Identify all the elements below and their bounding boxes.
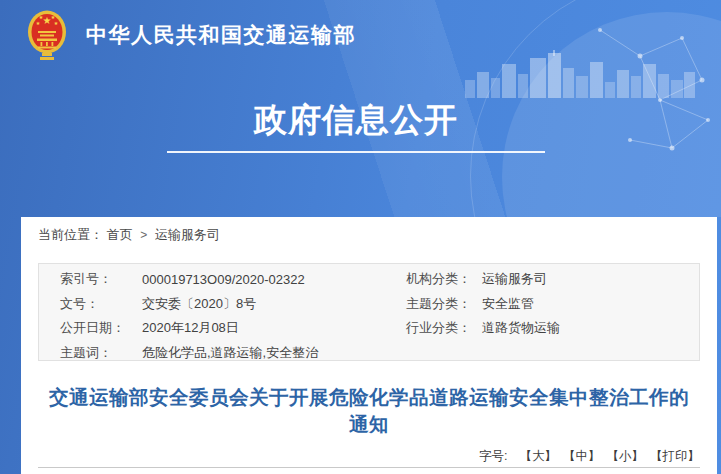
content-divider [38, 467, 700, 468]
font-size-small-button[interactable]: 【小】 [607, 448, 645, 465]
svg-text:★: ★ [36, 20, 41, 26]
breadcrumb-link-department[interactable]: 运输服务司 [155, 227, 220, 242]
meta-column-right: 机构分类： 运输服务司 主题分类： 安全监管 行业分类： 道路货物运输 [406, 267, 560, 341]
meta-row-publish-date: 公开日期： 2020年12月08日 [60, 316, 318, 341]
font-size-toolbar: 字号: 【大】 【中】 【小】 【打印】 [479, 448, 700, 465]
breadcrumb-separator: > [140, 228, 147, 242]
national-emblem-icon: ★ ★ ★ ★ ★ [27, 8, 67, 62]
banner: ★ ★ ★ ★ ★ 中华人民共和国交通运输部 政府信息公开 [0, 0, 721, 217]
svg-text:★: ★ [51, 14, 56, 20]
meta-value: 安全监管 [482, 295, 534, 313]
meta-label: 文号： [60, 295, 142, 313]
font-size-label: 字号: [479, 448, 507, 465]
font-size-large-button[interactable]: 【大】 [520, 448, 558, 465]
meta-value: 交安委〔2020〕8号 [142, 295, 256, 313]
meta-label: 行业分类： [406, 319, 482, 337]
site-name: 中华人民共和国交通运输部 [86, 21, 356, 49]
meta-label: 索引号： [60, 270, 142, 288]
print-button[interactable]: 【打印】 [650, 448, 700, 465]
breadcrumb-label: 当前位置： [38, 227, 103, 242]
meta-value: 道路货物运输 [482, 319, 560, 337]
meta-row-index-number: 索引号： 000019713O09/2020-02322 [60, 267, 318, 292]
svg-text:★: ★ [54, 20, 59, 26]
meta-label: 主题词： [60, 344, 142, 362]
document-meta-table: 索引号： 000019713O09/2020-02322 文号： 交安委〔202… [38, 263, 700, 361]
meta-row-industry-category: 行业分类： 道路货物运输 [406, 316, 560, 341]
meta-row-agency-category: 机构分类： 运输服务司 [406, 267, 560, 292]
meta-row-doc-number: 文号： 交安委〔2020〕8号 [60, 292, 318, 317]
meta-label: 机构分类： [406, 270, 482, 288]
breadcrumb-link-home[interactable]: 首页 [107, 227, 133, 242]
breadcrumb: 当前位置： 首页 > 运输服务司 [21, 217, 717, 244]
constellation-decoration [560, 8, 720, 208]
meta-label: 主题分类： [406, 295, 482, 313]
banner-title: 政府信息公开 [167, 98, 545, 143]
meta-value: 2020年12月08日 [142, 319, 239, 337]
svg-text:★: ★ [39, 14, 44, 20]
article-title: 交通运输部安全委员会关于开展危险化学品道路运输安全集中整治工作的通知 [43, 384, 695, 438]
meta-value: 危险化学品,道路运输,安全整治 [142, 344, 318, 362]
content-panel: 当前位置： 首页 > 运输服务司 索引号： 000019713O09/2020-… [21, 217, 717, 474]
banner-title-underline [167, 151, 545, 153]
meta-column-left: 索引号： 000019713O09/2020-02322 文号： 交安委〔202… [60, 267, 318, 365]
meta-label: 公开日期： [60, 319, 142, 337]
meta-value: 运输服务司 [482, 270, 547, 288]
meta-row-topic-category: 主题分类： 安全监管 [406, 292, 560, 317]
font-size-medium-button[interactable]: 【中】 [563, 448, 601, 465]
meta-row-keywords: 主题词： 危险化学品,道路运输,安全整治 [60, 341, 318, 366]
meta-value: 000019713O09/2020-02322 [142, 272, 305, 287]
